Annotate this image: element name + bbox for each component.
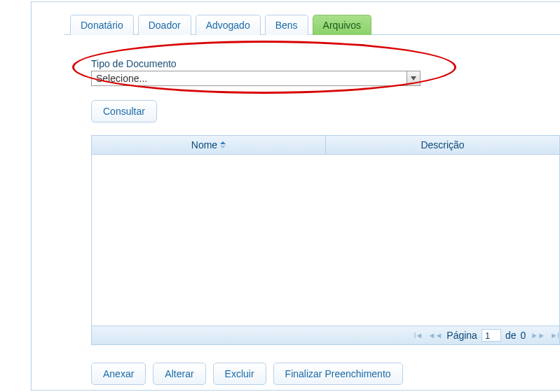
tab-bens[interactable]: Bens: [265, 15, 308, 35]
tipo-documento-select[interactable]: Selecione...: [91, 71, 421, 86]
pager-label-pagina: Página: [446, 330, 477, 341]
pager-last-icon[interactable]: ►I: [549, 331, 559, 340]
tab-label: Arquivos: [323, 20, 361, 31]
column-header-nome[interactable]: Nome: [92, 136, 326, 154]
pager-total: 0: [520, 330, 526, 341]
tab-label: Bens: [275, 20, 298, 31]
action-buttons: Anexar Alterar Excluir Finalizar Preench…: [91, 363, 403, 385]
button-label: Finalizar Preenchimento: [285, 368, 391, 379]
tab-donatario[interactable]: Donatário: [70, 15, 134, 35]
column-header-descricao[interactable]: Descrição: [326, 136, 559, 154]
excluir-button[interactable]: Excluir: [213, 363, 266, 385]
anexar-button[interactable]: Anexar: [91, 363, 146, 385]
button-label: Consultar: [103, 106, 145, 117]
pager-page-input[interactable]: [482, 329, 501, 342]
svg-marker-0: [411, 76, 416, 80]
svg-marker-1: [220, 141, 226, 144]
tabs: Donatário Doador Advogado Bens Arquivos: [70, 15, 371, 35]
tab-doador[interactable]: Doador: [138, 15, 191, 35]
button-label: Excluir: [225, 368, 254, 379]
table-header: Nome Descrição: [91, 135, 560, 155]
column-label: Descrição: [421, 139, 464, 150]
finalizar-button[interactable]: Finalizar Preenchimento: [273, 363, 403, 385]
tipo-documento-value: Selecione...: [91, 71, 421, 86]
button-label: Alterar: [165, 368, 193, 379]
tab-label: Doador: [149, 20, 181, 31]
tab-arquivos[interactable]: Arquivos: [313, 15, 371, 35]
tab-advogado[interactable]: Advogado: [196, 15, 261, 35]
pager-next-icon[interactable]: ►►: [530, 331, 545, 340]
sort-icon: [220, 141, 226, 148]
tab-label: Advogado: [206, 20, 250, 31]
files-table: Nome Descrição I◄ ◄◄ Página: [91, 135, 560, 345]
button-label: Anexar: [103, 368, 134, 379]
main-panel: Donatário Doador Advogado Bens Arquivos …: [31, 1, 560, 391]
pager-prev-icon[interactable]: ◄◄: [428, 331, 443, 340]
chevron-down-icon[interactable]: [407, 71, 421, 86]
pager-label-de: de: [505, 330, 517, 341]
table-body: [91, 155, 560, 326]
consultar-button[interactable]: Consultar: [91, 100, 157, 122]
svg-marker-2: [220, 146, 226, 148]
pager: I◄ ◄◄ Página de 0 ►► ►I: [91, 326, 560, 345]
pager-first-icon[interactable]: I◄: [414, 331, 423, 340]
alterar-button[interactable]: Alterar: [153, 363, 205, 385]
column-label: Nome: [191, 139, 217, 150]
tipo-documento-label: Tipo de Documento: [91, 58, 177, 69]
tab-label: Donatário: [81, 20, 123, 31]
